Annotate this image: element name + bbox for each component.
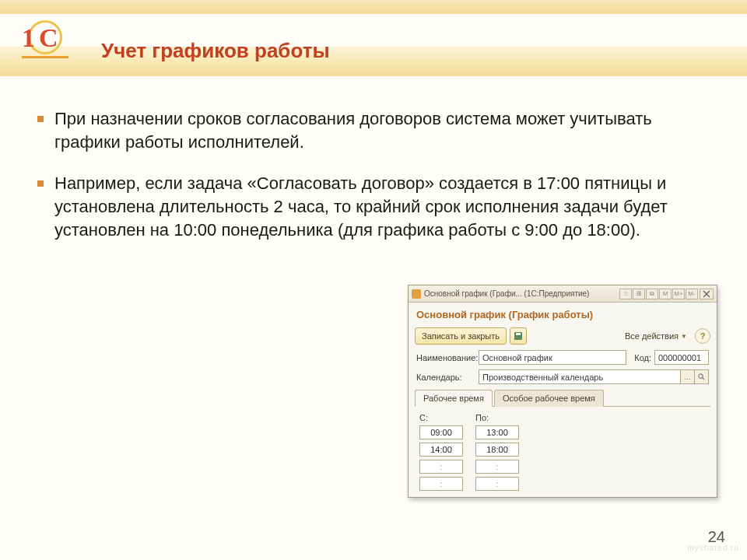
bullet-text: При назначении сроков согласования догов… — [54, 107, 710, 153]
time-row: 14:00 18:00 — [419, 443, 706, 457]
svg-point-4 — [699, 374, 703, 378]
save-close-button[interactable]: Записать и закрыть — [415, 327, 507, 345]
dialog-schedule: Основной график (Графи... (1С:Предприяти… — [408, 285, 717, 498]
time-row: : : — [419, 477, 706, 491]
calendar-label: Календарь: — [416, 373, 479, 382]
chevron-down-icon: ▼ — [681, 333, 687, 340]
tab-work-time[interactable]: Рабочее время — [415, 390, 493, 407]
bullet-text: Например, если задача «Согласовать догов… — [54, 172, 710, 241]
lookup-button[interactable] — [695, 369, 709, 384]
close-button[interactable] — [700, 289, 714, 299]
watermark: myshared.ru — [687, 544, 739, 552]
time-row: 09:00 13:00 — [419, 425, 706, 439]
bullet-item: Например, если задача «Согласовать догов… — [37, 172, 710, 241]
titlebar-btn-calc[interactable]: ⧉ — [646, 289, 658, 299]
time-from-input[interactable]: 14:00 — [419, 443, 463, 457]
titlebar-btn-grid[interactable]: ⊞ — [633, 289, 645, 299]
titlebar-btn-mplus[interactable]: M+ — [672, 289, 685, 299]
svg-line-5 — [703, 378, 704, 380]
help-button[interactable]: ? — [695, 328, 710, 344]
window-title: Основной график (Графи... (1С:Предприяти… — [424, 289, 589, 298]
time-from-input[interactable]: : — [419, 460, 463, 474]
select-button[interactable]: … — [681, 369, 695, 384]
window-titlebar[interactable]: Основной график (Графи... (1С:Предприяти… — [409, 285, 717, 303]
calendar-input[interactable]: Производственный календарь — [479, 369, 681, 384]
time-from-input[interactable]: : — [419, 477, 463, 491]
time-to-input[interactable]: : — [475, 460, 519, 474]
form-title: Основной график (График работы) — [409, 303, 717, 325]
titlebar-btn-fav[interactable]: ☆ — [619, 289, 632, 299]
col-to-label: По: — [475, 413, 531, 422]
bullet-marker-icon — [37, 180, 44, 187]
close-icon — [703, 290, 710, 298]
time-to-input[interactable]: 18:00 — [475, 443, 519, 457]
tab-special-time[interactable]: Особое рабочее время — [494, 390, 604, 407]
tab-body: С: По: 09:00 13:00 14:00 18:00 : : : : — [409, 407, 717, 500]
all-actions-link[interactable]: Все действия▼ — [625, 331, 687, 341]
app-icon — [412, 289, 421, 299]
svg-rect-3 — [516, 333, 521, 335]
save-icon — [514, 331, 523, 341]
bullet-item: При назначении сроков согласования догов… — [37, 107, 710, 153]
time-to-input[interactable]: 13:00 — [475, 425, 519, 439]
col-from-label: С: — [419, 413, 475, 422]
slide-content: При назначении сроков согласования догов… — [37, 107, 710, 260]
code-label: Код: — [634, 353, 651, 362]
logo-1c: 1 C — [22, 17, 76, 64]
time-from-input[interactable]: 09:00 — [419, 425, 463, 439]
top-stripe — [0, 0, 747, 14]
titlebar-btn-mminus[interactable]: M- — [686, 289, 698, 299]
search-icon — [698, 373, 705, 380]
name-input[interactable]: Основной график — [479, 350, 626, 365]
form-fields: Наименование: Основной график Код: 00000… — [409, 347, 717, 384]
form-toolbar: Записать и закрыть Все действия▼ ? — [409, 325, 717, 347]
bullet-marker-icon — [37, 116, 44, 122]
titlebar-btn-m[interactable]: M — [659, 289, 672, 299]
code-input[interactable]: 000000001 — [654, 350, 709, 365]
time-row: : : — [419, 460, 706, 474]
name-label: Наименование: — [416, 353, 479, 362]
time-to-input[interactable]: : — [475, 477, 519, 491]
tabs: Рабочее время Особое рабочее время — [415, 389, 710, 407]
slide-title: Учет графиков работы — [101, 39, 330, 63]
save-button[interactable] — [510, 327, 527, 345]
